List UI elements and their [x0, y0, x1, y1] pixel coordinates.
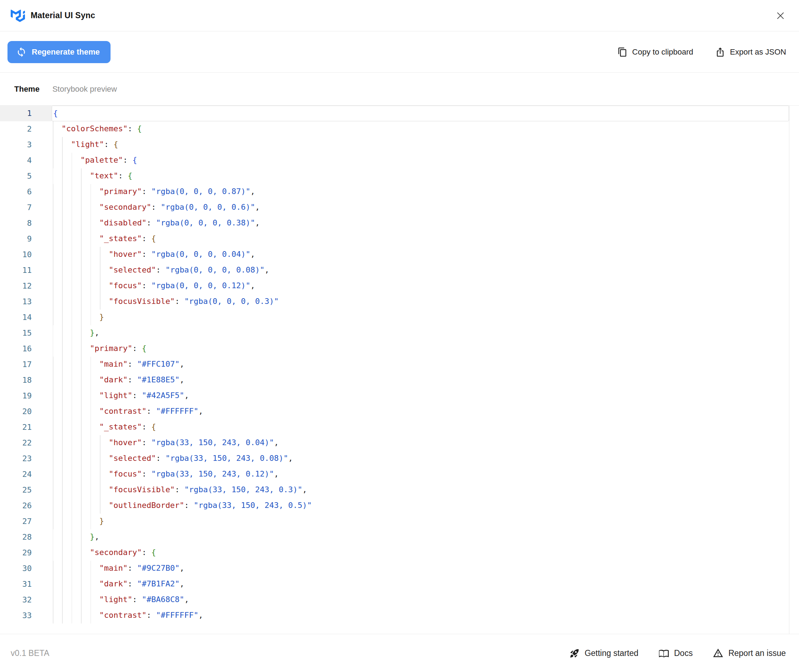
code-token: "#42A5F5" [142, 388, 184, 404]
code-line[interactable]: 23"selected": "rgba(33, 150, 243, 0.08)"… [0, 451, 789, 467]
code-line[interactable]: 31"dark": "#7B1FA2", [0, 576, 789, 592]
copy-icon [617, 47, 628, 57]
code-token: "_states" [99, 419, 142, 435]
code-token: "rgba(33, 150, 243, 0.04)" [151, 435, 274, 451]
code-line[interactable]: 1{ [0, 106, 789, 121]
code-line[interactable]: 33"contrast": "#FFFFFF", [0, 608, 789, 624]
code-line[interactable]: 11"selected": "rgba(0, 0, 0, 0.08)", [0, 262, 789, 278]
code-line[interactable]: 28}, [0, 529, 789, 545]
code-line[interactable]: 2"colorSchemes": { [0, 121, 789, 137]
line-number: 8 [0, 216, 52, 231]
code-token: "#9C27B0" [137, 561, 179, 576]
line-number: 7 [0, 200, 52, 216]
code-token: "main" [99, 561, 127, 576]
code-token: "#FFFFFF" [156, 404, 198, 419]
code-line[interactable]: 7"secondary": "rgba(0, 0, 0, 0.6)", [0, 200, 789, 216]
code-line[interactable]: 27} [0, 514, 789, 529]
code-line[interactable]: 29"secondary": { [0, 545, 789, 561]
code-line[interactable]: 19"light": "#42A5F5", [0, 388, 789, 404]
code-line[interactable]: 21"_states": { [0, 419, 789, 435]
regenerate-theme-label: Regenerate theme [32, 48, 100, 57]
line-number: 19 [0, 388, 52, 404]
code-token: : [142, 247, 152, 262]
code-token: , [180, 561, 184, 576]
code-token: , [274, 435, 279, 451]
code-token: , [180, 357, 184, 373]
line-number: 5 [0, 168, 52, 184]
code-token: : [118, 168, 128, 184]
code-line[interactable]: 17"main": "#FFC107", [0, 357, 789, 373]
code-token: : [128, 121, 137, 137]
code-token: "light" [71, 137, 104, 153]
code-token: : [175, 482, 184, 498]
code-line[interactable]: 10"hover": "rgba(0, 0, 0, 0.04)", [0, 247, 789, 262]
close-button[interactable] [773, 8, 788, 24]
code-token: "disabled" [99, 216, 146, 231]
code-token: } [99, 514, 104, 529]
code-token: "focus" [109, 278, 142, 294]
code-token: "selected" [109, 262, 156, 278]
code-line[interactable]: 14} [0, 310, 789, 325]
code-line[interactable]: 13"focusVisible": "rgba(0, 0, 0, 0.3)" [0, 294, 789, 310]
code-token: , [302, 482, 307, 498]
code-line[interactable]: 6"primary": "rgba(0, 0, 0, 0.87)", [0, 184, 789, 200]
code-token: : [142, 435, 152, 451]
report-an-issue-link[interactable]: Report an issue [713, 648, 786, 658]
code-token: : [142, 467, 152, 482]
code-token: { [151, 231, 156, 247]
copy-to-clipboard-label: Copy to clipboard [632, 48, 693, 57]
code-token: "#FFC107" [137, 357, 179, 373]
indent-guides [53, 435, 109, 451]
docs-label: Docs [674, 648, 693, 658]
indent-guides [53, 388, 99, 404]
indent-guides [53, 561, 99, 576]
code-line[interactable]: 8"disabled": "rgba(0, 0, 0, 0.38)", [0, 216, 789, 231]
code-line[interactable]: 18"dark": "#1E88E5", [0, 373, 789, 388]
code-token: } [90, 529, 94, 545]
code-line[interactable]: 26"outlinedBorder": "rgba(33, 150, 243, … [0, 498, 789, 514]
code-token: { [151, 419, 156, 435]
code-line[interactable]: 30"main": "#9C27B0", [0, 561, 789, 576]
code-line[interactable]: 20"contrast": "#FFFFFF", [0, 404, 789, 419]
code-line[interactable]: 15}, [0, 325, 789, 341]
code-token: : [128, 373, 137, 388]
line-number: 1 [0, 106, 52, 121]
code-line[interactable]: 3"light": { [0, 137, 789, 153]
report-an-issue-label: Report an issue [729, 648, 786, 658]
code-token: "focusVisible" [109, 294, 175, 310]
code-line[interactable]: 25"focusVisible": "rgba(33, 150, 243, 0.… [0, 482, 789, 498]
indent-guides [53, 121, 61, 137]
code-line[interactable]: 9"_states": { [0, 231, 789, 247]
code-editor[interactable]: 1{2"colorSchemes": {3"light": {4"palette… [0, 106, 789, 634]
regenerate-theme-button[interactable]: Regenerate theme [8, 41, 110, 63]
line-number: 12 [0, 278, 52, 294]
code-line[interactable]: 16"primary": { [0, 341, 789, 357]
code-token: "secondary" [90, 545, 142, 561]
docs-link[interactable]: Docs [658, 648, 693, 658]
copy-to-clipboard-button[interactable]: Copy to clipboard [617, 47, 693, 57]
line-number: 9 [0, 231, 52, 247]
indent-guides [53, 310, 99, 325]
line-number: 29 [0, 545, 52, 561]
tab-storybook-preview[interactable]: Storybook preview [53, 85, 117, 94]
code-token: , [184, 388, 189, 404]
code-line[interactable]: 32"light": "#BA68C8", [0, 592, 789, 608]
code-token: : [123, 153, 133, 168]
code-line[interactable]: 22"hover": "rgba(33, 150, 243, 0.04)", [0, 435, 789, 451]
code-token: , [265, 262, 269, 278]
code-line[interactable]: 24"focus": "rgba(33, 150, 243, 0.12)", [0, 467, 789, 482]
getting-started-link[interactable]: Getting started [569, 648, 639, 658]
line-number: 32 [0, 592, 52, 608]
line-number: 6 [0, 184, 52, 200]
toolbar: Regenerate theme Copy to clipboard Expor… [0, 31, 799, 73]
code-token: : [128, 561, 137, 576]
export-as-json-button[interactable]: Export as JSON [715, 47, 786, 57]
indent-guides [53, 137, 71, 153]
code-line[interactable]: 4"palette": { [0, 153, 789, 168]
code-token: , [94, 529, 99, 545]
code-line[interactable]: 12"focus": "rgba(0, 0, 0, 0.12)", [0, 278, 789, 294]
code-token: , [250, 247, 255, 262]
code-line[interactable]: 5"text": { [0, 168, 789, 184]
indent-guides [53, 262, 109, 278]
tab-theme[interactable]: Theme [14, 85, 40, 94]
